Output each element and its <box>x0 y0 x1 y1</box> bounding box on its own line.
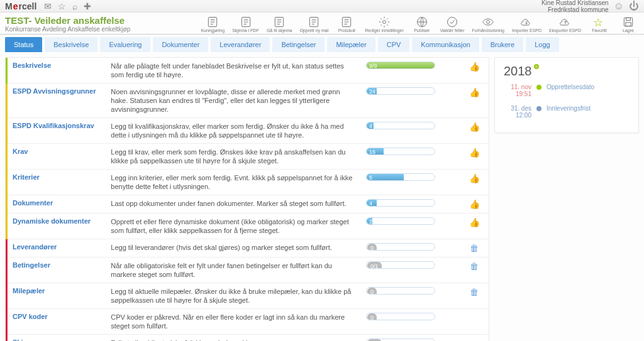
step-desc: Legg til aktuelle milepæler. Ønsker du i… <box>106 283 361 309</box>
thumb-up-icon[interactable]: 👍 <box>469 62 480 72</box>
step-name[interactable]: Dokumenter <box>7 195 106 214</box>
side-panel: 2018 11. nov19:51Opprettelsesdato31. des… <box>494 57 639 341</box>
step-action <box>460 309 489 335</box>
timeline-bullet-icon <box>536 106 541 111</box>
tool-gaa-skjema[interactable]: Gå til skjema <box>267 16 292 33</box>
tool-label: Rediger innstillinger <box>365 28 403 33</box>
trash-icon[interactable]: 🗑 <box>470 243 479 253</box>
tool-label: Forhåndsvisning <box>472 28 504 33</box>
tab-beskrivelse[interactable]: Beskrivelse <box>45 37 97 52</box>
thumb-up-icon[interactable]: 👍 <box>469 173 480 183</box>
svg-point-8 <box>487 21 490 24</box>
user-info: Kine Rustad Kristiansen Fredrikstad komm… <box>541 0 609 13</box>
tab-brukere[interactable]: Brukere <box>482 37 524 52</box>
step-name[interactable]: Krav <box>7 144 106 170</box>
search-icon[interactable]: ⌕ <box>72 1 77 11</box>
user-avatar-icon[interactable]: ☺ <box>614 1 624 12</box>
star-icon[interactable]: ☆ <box>58 1 66 11</box>
power-icon[interactable]: ⏻ <box>629 1 639 12</box>
step-name[interactable]: Dynamiske dokumenter <box>7 214 106 239</box>
title-text: TEST- Veileder anskaffelse Konkurranse A… <box>5 15 130 33</box>
tab-dokumenter[interactable]: Dokumenter <box>153 37 208 52</box>
thumb-up-icon[interactable]: 👍 <box>469 87 480 97</box>
step-desc: Noen avvisningsgrunner er lovpålagte, di… <box>106 84 361 118</box>
topbar-utility-icons: ✉ ☆ ⌕ ✚ <box>44 1 91 11</box>
step-name[interactable]: Skjema <box>7 335 106 342</box>
step-name[interactable]: Milepæler <box>7 283 106 309</box>
step-name[interactable]: ESPD Kvalifikasjonskrav <box>7 118 106 144</box>
step-name[interactable]: Beskrivelse <box>7 58 106 84</box>
toolbar: KunngjøringSkjema i PDFGå til skjemaOppr… <box>201 16 639 33</box>
timeline-items: 11. nov19:51Opprettelsesdato31. des12:00… <box>504 84 630 119</box>
step-name[interactable]: Betingelser <box>7 257 106 283</box>
timeline-date: 31. des12:00 <box>504 105 531 119</box>
step-row-betingelser: BetingelserNår alle obligatoriske felt e… <box>7 257 489 283</box>
tool-forhand[interactable]: Forhåndsvisning <box>472 16 504 33</box>
tool-publiser[interactable]: Publiser <box>411 16 433 33</box>
tool-lagre[interactable]: Lagre <box>618 16 639 33</box>
tool-valider[interactable]: Valider felter <box>440 16 465 33</box>
tool-label: Eksporter ESPD <box>549 28 581 33</box>
tool-protokoll[interactable]: Protokoll <box>336 16 357 33</box>
step-progress: 9/9 <box>361 58 460 84</box>
tab-betingelser[interactable]: Betingelser <box>272 37 325 52</box>
tool-label: Kunngjøring <box>201 28 225 33</box>
step-desc: Fyll ut alle obligatoriske felt i kunngj… <box>106 335 361 342</box>
tool-import[interactable]: Importer ESPD <box>512 16 541 33</box>
step-action: 👍 <box>460 195 489 214</box>
step-name[interactable]: Leverandører <box>7 239 106 257</box>
tab-evaluering[interactable]: Evaluering <box>100 37 150 52</box>
step-row-espd-kval: ESPD KvalifikasjonskravLegg til kvalifik… <box>7 118 489 144</box>
step-row-dyn-dok: Dynamiske dokumenterOpprett et eller fle… <box>7 214 489 239</box>
tool-eksport[interactable]: Eksporter ESPD <box>549 16 581 33</box>
tool-label: Skjema i PDF <box>232 28 259 33</box>
plus-icon[interactable]: ✚ <box>84 1 91 11</box>
trash-icon[interactable]: 🗑 <box>470 287 479 297</box>
tool-label: Protokoll <box>338 28 355 33</box>
step-desc: CPV koder er påkrevd. Når en eller flere… <box>106 309 361 335</box>
tab-leverandører[interactable]: Leverandører <box>211 37 270 52</box>
trash-icon[interactable]: 🗑 <box>470 261 479 271</box>
step-name[interactable]: Kriterier <box>7 170 106 195</box>
step-badge: 0 <box>367 288 377 295</box>
step-badge: 4 <box>369 122 372 129</box>
page-subtitle: Konkurranse Avdeling Anskaffelse enkeltk… <box>5 26 130 33</box>
thumb-up-icon[interactable]: 👍 <box>469 217 480 227</box>
tool-favoritt[interactable]: ☆Favoritt <box>589 16 610 33</box>
step-progress: 0/1 <box>361 257 460 283</box>
timeline-card: 2018 11. nov19:51Opprettelsesdato31. des… <box>494 57 639 133</box>
step-action: 🗑 <box>460 257 489 283</box>
step-row-dokumenter: DokumenterLast opp dokumenter under fane… <box>7 195 489 214</box>
mail-icon[interactable]: ✉ <box>44 1 52 11</box>
step-name[interactable]: ESPD Avvisningsgrunner <box>7 84 106 118</box>
tab-kommunikasjon[interactable]: Kommunikasjon <box>412 37 479 52</box>
tool-skjema-pdf[interactable]: Skjema i PDF <box>232 16 259 33</box>
step-action: 👍 <box>460 170 489 195</box>
timeline-label: Opprettelsesdato <box>547 84 594 90</box>
step-badge: 9/9 <box>369 62 377 69</box>
logo: Mercell <box>5 1 36 11</box>
tab-milepæler[interactable]: Milepæler <box>327 37 375 52</box>
step-row-espd-avv: ESPD AvvisningsgrunnerNoen avvisningsgru… <box>7 84 489 118</box>
step-row-krav: KravLegg til krav, eller merk som ferdig… <box>7 144 489 170</box>
thumb-up-icon[interactable]: 👍 <box>469 199 480 209</box>
tool-kunngjoring[interactable]: Kunngjøring <box>201 16 225 33</box>
step-action: 👍 <box>460 84 489 118</box>
top-bar: Mercell ✉ ☆ ⌕ ✚ Kine Rustad Kristiansen … <box>0 0 644 13</box>
thumb-up-icon[interactable]: 👍 <box>469 148 480 158</box>
step-row-skjema: SkjemaFyll ut alle obligatoriske felt i … <box>7 335 489 342</box>
svg-rect-10 <box>626 18 631 20</box>
step-name[interactable]: CPV koder <box>7 309 106 335</box>
step-action: 👍 <box>460 58 489 84</box>
tab-cpv[interactable]: CPV <box>378 37 410 52</box>
thumb-up-icon[interactable]: 👍 <box>469 122 480 132</box>
tab-logg[interactable]: Logg <box>526 37 558 52</box>
step-row-leverandorer: LeverandørerLegg til leverandører (hvis … <box>7 239 489 257</box>
tab-status[interactable]: Status <box>5 37 42 52</box>
timeline-label: Innleveringsfrist <box>547 105 591 112</box>
timeline-item: 31. des12:00Innleveringsfrist <box>504 105 630 119</box>
tool-rediger[interactable]: Rediger innstillinger <box>365 16 403 33</box>
tool-ny-mal[interactable]: Opprett ny mal <box>299 16 328 33</box>
tool-label: Lagre <box>623 28 634 33</box>
user-name: Kine Rustad Kristiansen <box>541 0 609 6</box>
